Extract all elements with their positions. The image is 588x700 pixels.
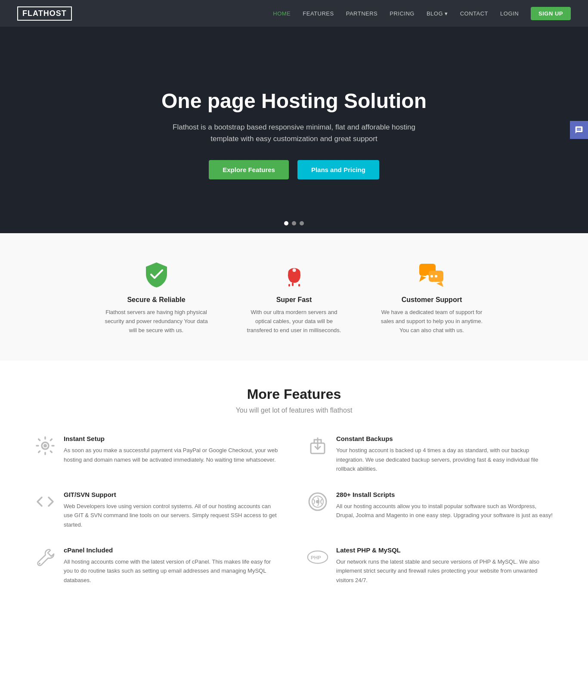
svg-marker-6 [419, 276, 426, 282]
backups-title: Constant Backups [336, 435, 554, 442]
svg-point-17 [316, 500, 319, 503]
more-features-heading: More Features [34, 386, 554, 402]
git-desc: Web Developers love using version contro… [64, 502, 281, 529]
nav-links: HOME FEATURES PARTNERS PRICING BLOG ▾ CO… [273, 9, 571, 17]
fast-title: Super Fast [276, 296, 312, 304]
gear-icon [34, 435, 56, 456]
secure-desc: Flathost servers are having high physica… [105, 308, 208, 335]
php-icon: PHP [307, 546, 328, 568]
dot-1[interactable] [284, 221, 288, 225]
feature-card-cpanel: cPanel Included All hosting accounts com… [34, 546, 281, 585]
cpanel-content: cPanel Included All hosting accounts com… [64, 546, 281, 585]
explore-features-button[interactable]: Explore Features [209, 160, 289, 179]
svg-point-13 [43, 444, 47, 447]
hero-description: Flathost is a bootstrap based responsive… [161, 121, 427, 145]
fast-desc: With our ultra mordern servers and optic… [242, 308, 346, 335]
scripts-title: 280+ Install Scripts [336, 491, 554, 498]
svg-rect-3 [298, 284, 300, 287]
secure-icon [141, 259, 171, 289]
feature-card-scripts: 280+ Install Scripts All our hosting acc… [307, 491, 554, 529]
logo: FLATHOST [17, 6, 72, 21]
hero-section: One page Hosting Solution Flathost is a … [0, 27, 588, 233]
dot-2[interactable] [292, 221, 296, 225]
instant-setup-title: Instant Setup [64, 435, 281, 442]
nav-blog[interactable]: BLOG ▾ [427, 10, 448, 17]
backup-icon [307, 435, 328, 456]
logo-host: HOST [43, 9, 67, 18]
svg-point-10 [435, 275, 437, 278]
hero-buttons: Explore Features Plans and Pricing [209, 160, 379, 179]
nav-contact[interactable]: CONTACT [460, 10, 488, 17]
backups-desc: Your hosting account is backed up 4 time… [336, 446, 554, 473]
more-features-header: More Features You will get lot of featur… [34, 386, 554, 414]
feature-card-git: GIT/SVN Support Web Developers love usin… [34, 491, 281, 529]
feature-secure: Secure & Reliable Flathost servers are h… [105, 259, 208, 335]
php-desc: Our network runs the latest stable and s… [336, 557, 554, 585]
git-content: GIT/SVN Support Web Developers love usin… [64, 491, 281, 529]
svg-marker-8 [436, 282, 443, 287]
chat-button[interactable] [570, 121, 588, 139]
svg-point-11 [426, 275, 429, 278]
signup-button[interactable]: SIGN UP [531, 7, 571, 20]
secure-title: Secure & Reliable [127, 296, 185, 304]
svg-text:PHP: PHP [311, 555, 321, 560]
hero-dots [284, 221, 304, 225]
feature-card-php: PHP Latest PHP & MySQL Our network runs … [307, 546, 554, 585]
svg-rect-1 [292, 283, 294, 286]
hero-heading: One page Hosting Solution [161, 89, 427, 113]
svg-point-4 [292, 268, 296, 272]
more-features-subheading: You will get lot of features with flatho… [34, 407, 554, 414]
feature-card-instant-setup: Instant Setup As soon as you make a succ… [34, 435, 281, 473]
plans-pricing-button[interactable]: Plans and Pricing [297, 160, 379, 179]
fast-icon [279, 259, 309, 289]
feature-support: Customer Support We have a dedicated tea… [380, 259, 483, 335]
features-row: Secure & Reliable Flathost servers are h… [0, 233, 588, 361]
code-icon [34, 491, 56, 512]
svg-point-18 [39, 563, 40, 564]
nav-pricing[interactable]: PRICING [390, 10, 415, 17]
scripts-content: 280+ Install Scripts All our hosting acc… [336, 491, 554, 520]
wrench-icon [34, 546, 56, 568]
support-desc: We have a dedicated team of support for … [380, 308, 483, 335]
nav-home[interactable]: HOME [273, 10, 291, 17]
nav-features[interactable]: FEATURES [303, 10, 334, 17]
nav-login[interactable]: LOGIN [500, 10, 519, 17]
support-title: Customer Support [402, 296, 462, 304]
logo-flat: FLAT [22, 9, 43, 18]
features-grid: Instant Setup As soon as you make a succ… [34, 435, 554, 585]
dot-3[interactable] [300, 221, 304, 225]
navbar: FLATHOST HOME FEATURES PARTNERS PRICING … [0, 0, 588, 27]
git-title: GIT/SVN Support [64, 491, 281, 498]
feature-card-backups: Constant Backups Your hosting account is… [307, 435, 554, 473]
cpanel-title: cPanel Included [64, 546, 281, 554]
scripts-desc: All our hosting accounts allow you to in… [336, 502, 554, 520]
svg-rect-2 [288, 284, 290, 287]
more-features-section: More Features You will get lot of featur… [0, 361, 588, 611]
backups-content: Constant Backups Your hosting account is… [336, 435, 554, 473]
nav-partners[interactable]: PARTNERS [346, 10, 378, 17]
feature-fast: Super Fast With our ultra mordern server… [242, 259, 346, 335]
php-title: Latest PHP & MySQL [336, 546, 554, 554]
php-content: Latest PHP & MySQL Our network runs the … [336, 546, 554, 585]
instant-setup-desc: As soon as you make a successful payment… [64, 446, 281, 464]
support-icon [417, 259, 447, 289]
wordpress-icon [307, 491, 328, 512]
instant-setup-content: Instant Setup As soon as you make a succ… [64, 435, 281, 464]
cpanel-desc: All hosting accounts come with the lates… [64, 557, 281, 585]
svg-point-9 [430, 275, 433, 278]
